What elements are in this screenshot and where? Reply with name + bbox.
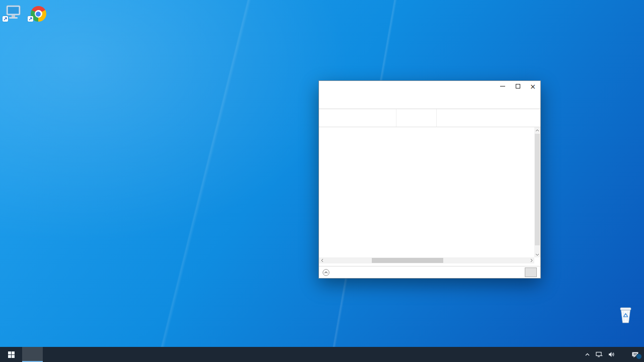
horizontal-scrollbar[interactable] <box>319 257 534 263</box>
minimize-button[interactable] <box>495 81 510 92</box>
desktop-icon-chrome[interactable] <box>25 3 51 23</box>
vertical-scrollbar-thumb[interactable] <box>535 134 540 245</box>
network-icon[interactable] <box>596 351 603 357</box>
taskbar-app-task-manager[interactable] <box>22 347 43 362</box>
scroll-right-icon[interactable] <box>528 257 534 263</box>
window-footer <box>319 266 540 278</box>
windows-logo-icon <box>8 351 15 358</box>
process-list <box>319 109 540 263</box>
title-bar[interactable]: × <box>319 81 540 92</box>
recycle-bin-icon <box>611 305 639 324</box>
horizontal-scrollbar-thumb[interactable] <box>372 258 443 263</box>
scroll-up-icon[interactable] <box>534 127 540 133</box>
task-manager-icon <box>323 83 330 90</box>
menu-bar <box>319 92 540 100</box>
tab-bar <box>319 100 540 109</box>
task-manager-window: × <box>318 80 541 279</box>
minimize-icon <box>500 86 505 86</box>
close-icon: × <box>530 84 536 89</box>
scroll-down-icon[interactable] <box>534 251 540 257</box>
system-tray <box>580 347 644 362</box>
maximize-button[interactable] <box>510 81 525 92</box>
scroll-left-icon[interactable] <box>319 257 325 263</box>
desktop-icon-this-pc[interactable] <box>0 3 26 23</box>
column-header-status[interactable] <box>396 109 437 127</box>
header-scrollbar-spacer <box>437 109 460 127</box>
this-pc-icon <box>0 3 26 22</box>
close-button[interactable]: × <box>525 81 540 92</box>
fewer-details-toggle[interactable] <box>323 269 333 276</box>
shortcut-arrow-icon <box>28 16 33 22</box>
taskbar <box>0 347 644 362</box>
process-rows <box>319 127 540 257</box>
column-header-name[interactable] <box>319 109 396 127</box>
action-center-icon[interactable] <box>631 351 639 358</box>
desktop: × <box>0 0 644 347</box>
hidden-icons-chevron-icon[interactable] <box>585 352 590 356</box>
start-button[interactable] <box>0 347 22 362</box>
desktop-icon-recycle-bin[interactable] <box>611 305 639 325</box>
maximize-icon <box>516 84 520 88</box>
chrome-icon <box>25 3 51 22</box>
notification-count-badge <box>636 353 642 359</box>
volume-icon[interactable] <box>608 351 615 357</box>
shortcut-arrow-icon <box>3 16 8 22</box>
vertical-scrollbar[interactable] <box>534 127 540 257</box>
task-manager-icon <box>27 351 35 358</box>
end-task-button[interactable] <box>525 267 537 277</box>
column-headers <box>319 109 540 127</box>
chevron-up-circle-icon <box>323 269 330 276</box>
